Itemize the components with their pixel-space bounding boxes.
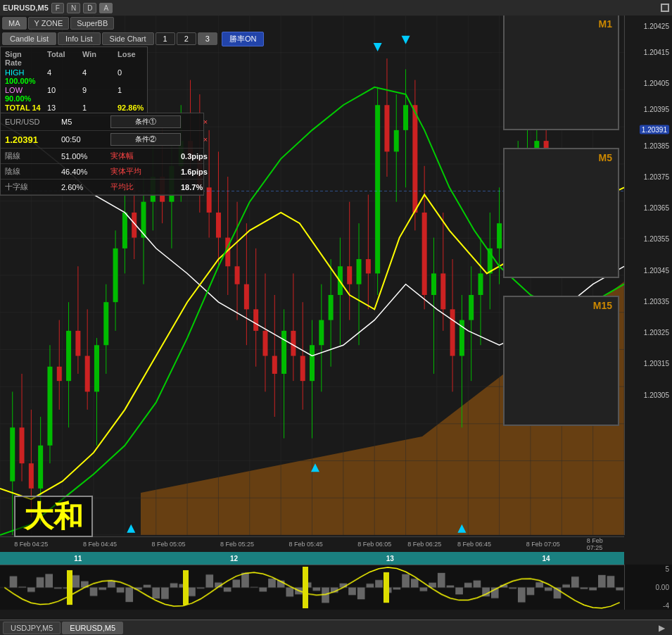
mini-chart-m15: M15	[503, 296, 619, 426]
toolbar: MA Y ZONE SuperBB	[0, 15, 116, 31]
osc-scale-label: -4	[663, 601, 669, 609]
price-label: 1.20415	[644, 48, 669, 56]
win-high: 4	[82, 68, 118, 77]
price-label: 1.20385	[644, 142, 669, 149]
cross-value: 2.60%	[61, 183, 110, 191]
win-low: 9	[82, 86, 118, 94]
time-axis: 8 Feb 04:258 Feb 04:458 Feb 05:058 Feb 0…	[0, 536, 624, 551]
hdr-sign: Sign	[5, 50, 47, 58]
lose-high: 0	[118, 68, 160, 77]
bottom-tabs: USDJPY,M5 EURUSD,M5 ▶	[0, 620, 672, 635]
side-chart-tab[interactable]: Side Chart	[102, 32, 154, 45]
flag-n-btn[interactable]: N	[67, 3, 80, 13]
osc-scale: 50.00-4	[624, 565, 672, 610]
date-label: 12	[230, 555, 238, 562]
info-list-tab[interactable]: Info List	[58, 32, 101, 45]
osc-scale-label: 5	[665, 565, 669, 573]
win-rate-btn[interactable]: 勝率ON	[222, 32, 265, 46]
total-low: 10	[47, 86, 82, 94]
yang-value: 51.00%	[61, 152, 110, 161]
time-label: 8 Feb 04:25	[14, 541, 48, 548]
time-label: 8 Feb 07:05	[526, 541, 560, 548]
cond1-status[interactable]: ×	[181, 118, 230, 126]
sign-total: TOTAL 14	[5, 103, 47, 112]
price-label: 1.20425	[644, 22, 669, 30]
price-label: 1.20391	[640, 125, 669, 134]
tab-1[interactable]: 1	[156, 32, 175, 45]
price-label: 1.20345	[644, 266, 669, 274]
jittai-value: 0.3pips	[181, 152, 230, 161]
rate-total: 92.86%	[118, 103, 160, 112]
flag-a-btn[interactable]: A	[99, 3, 113, 13]
yzone-btn[interactable]: Y ZONE	[28, 17, 70, 30]
mini-m15-label: M15	[593, 300, 612, 311]
info-row-cross: 十字線 2.60% 平均比 18.7%	[1, 180, 203, 195]
flag-f-btn[interactable]: F	[51, 3, 64, 13]
ma-btn[interactable]: MA	[2, 17, 27, 30]
date-line: 11121314	[0, 552, 624, 565]
time-label: 8 Feb 05:45	[289, 541, 323, 548]
current-time: 00:50	[61, 135, 110, 144]
date-label: 13	[386, 555, 394, 562]
price-label: 1.20335	[644, 297, 669, 305]
time-label: 8 Feb 05:25	[220, 541, 254, 548]
mini-m5-canvas	[505, 149, 618, 277]
pair-label: EUR/USD	[5, 118, 61, 126]
jittai-avg-label: 実体平均	[110, 166, 181, 177]
mini-m1-canvas	[505, 15, 618, 129]
bottom-tab-eurusd[interactable]: EURUSD,M5	[62, 622, 123, 634]
tf-label: M5	[61, 118, 110, 126]
title-bar: EURUSD,M5 F N D A	[0, 0, 672, 15]
yang-label: 陽線	[5, 151, 61, 161]
date-label: 14	[543, 555, 550, 562]
flag-d-btn[interactable]: D	[83, 3, 96, 13]
maximize-btn[interactable]	[661, 4, 669, 12]
hdr-win: Win	[82, 50, 118, 58]
price-label: 1.20365	[644, 204, 669, 212]
lose-low: 1	[118, 86, 160, 94]
heikinhihi-value: 18.7%	[181, 183, 230, 191]
price-label: 1.20395	[644, 105, 669, 113]
heikinhihi-label: 平均比	[110, 182, 181, 192]
time-label: 8 Feb 04:45	[83, 541, 117, 548]
stats-row-high: HIGH 4 4 0 100.00%	[5, 68, 143, 85]
cond2-status[interactable]: ×	[181, 135, 230, 144]
sign-high: HIGH	[5, 68, 47, 77]
sign-low: LOW	[5, 86, 47, 94]
info-row-price: 1.20391 00:50 条件② ×	[1, 131, 203, 149]
info-row-pair: EUR/USD M5 条件① ×	[1, 113, 203, 131]
mini-chart-m5: M5	[503, 148, 619, 278]
tab-bar: Candle List Info List Side Chart 1 2 3 勝…	[0, 31, 266, 46]
rate-low: 90.00%	[5, 94, 47, 103]
win-total: 1	[82, 103, 118, 112]
superbb-btn[interactable]: SuperBB	[70, 17, 114, 30]
in-value: 46.40%	[61, 168, 110, 176]
stats-panel: Sign Total Win Lose Rate HIGH 4 4 0 100.…	[0, 46, 148, 116]
cond2-label: 条件②	[110, 133, 181, 146]
price-scale: 1.204251.204151.204051.203951.203911.203…	[624, 15, 672, 535]
scroll-right-icon[interactable]: ▶	[654, 623, 669, 633]
stats-row-total: TOTAL 14 13 1 92.86%	[5, 103, 143, 112]
price-label: 1.20355	[644, 235, 669, 243]
mini-m5-label: M5	[599, 152, 612, 163]
time-label: 8 Feb 06:05	[357, 541, 391, 548]
info-row-yang: 陽線 51.00% 実体幅 0.3pips	[1, 149, 203, 164]
price-label: 1.20405	[644, 79, 669, 87]
stats-row-low: LOW 10 9 1 90.00%	[5, 86, 143, 103]
bottom-tab-usdjpy[interactable]: USDJPY,M5	[3, 622, 61, 634]
candle-list-tab[interactable]: Candle List	[2, 32, 56, 45]
mini-chart-m1: M1	[503, 14, 619, 130]
osc-scale-label: 0.00	[656, 584, 669, 591]
info-panel: EUR/USD M5 条件① × 1.20391 00:50 条件② × 陽線 …	[0, 113, 204, 196]
total-total: 13	[47, 103, 82, 112]
tab-3[interactable]: 3	[198, 32, 217, 45]
osc-canvas	[0, 565, 624, 610]
mini-m1-label: M1	[599, 18, 612, 30]
tab-2[interactable]: 2	[177, 32, 196, 45]
cond1-label: 条件①	[110, 115, 181, 128]
current-price: 1.20391	[5, 134, 61, 145]
price-label: 1.20305	[644, 391, 669, 398]
oscillator-panel: RD-Combo()= -1.000 0.0000	[0, 565, 624, 610]
info-row-in: 陰線 46.40% 実体平均 1.6pips	[1, 164, 203, 180]
time-label: 8 Feb 07:25	[587, 537, 611, 551]
